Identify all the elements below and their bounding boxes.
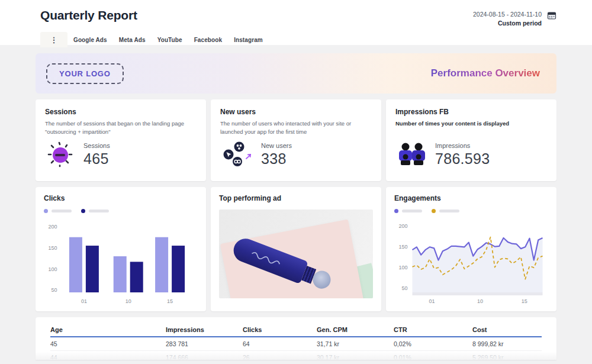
svg-text:01: 01: [429, 298, 435, 304]
table-row: 45 283 781 64 31,71 kr 0,02% 8 999,82 kr: [50, 337, 542, 351]
logo-placeholder[interactable]: YOUR LOGO: [46, 63, 124, 84]
tab-google-ads[interactable]: Google Ads: [67, 37, 113, 43]
svg-text:15: 15: [167, 298, 173, 304]
legend-item[interactable]: [432, 209, 459, 213]
demographics-table-card: Age Impressions Clicks Gen. CPM CTR Cost…: [36, 317, 556, 360]
tab-facebook[interactable]: Facebook: [188, 37, 228, 43]
card-title: Sessions: [45, 108, 197, 116]
clicks-chart-card: Clicks 20015010050011015: [36, 187, 206, 311]
legend-item[interactable]: [81, 209, 109, 213]
date-range-picker[interactable]: 2024-08-15 - 2024-11-10 Custom period: [473, 11, 556, 27]
column-header-impressions[interactable]: Impressions: [166, 326, 243, 333]
chart-legend: [394, 208, 548, 213]
legend-label-redacted: [52, 210, 72, 212]
legend-label-redacted: [402, 210, 422, 212]
column-header-clicks[interactable]: Clicks: [243, 326, 317, 333]
cell-impressions: 283 781: [166, 340, 243, 347]
table-row: 44 174 666 26 30,17 kr 0,01% 5 269,50 kr: [50, 351, 542, 360]
logo-text: YOUR LOGO: [59, 69, 111, 78]
metric-cards-row: Sessions The number of sessions that beg…: [36, 99, 556, 181]
calendar-icon[interactable]: [547, 11, 556, 20]
svg-text:200: 200: [48, 224, 57, 230]
metric-card-sessions: Sessions The number of sessions that beg…: [36, 99, 206, 181]
metric-value: 465: [83, 150, 110, 167]
metric-card-impressions-fb: Impressions FB Number of times your cont…: [386, 99, 556, 181]
legend-label-redacted: [89, 210, 109, 212]
top-ad-image[interactable]: [219, 210, 373, 298]
svg-text:01: 01: [81, 298, 87, 304]
svg-text:100: 100: [48, 266, 57, 272]
cell-clicks: 64: [243, 340, 317, 347]
clicks-bar-chart: 20015010050011015: [44, 215, 198, 309]
svg-text:150: 150: [398, 244, 407, 250]
impressions-people-icon: [397, 141, 427, 168]
column-header-cpm[interactable]: Gen. CPM: [317, 326, 394, 333]
kebab-menu-icon: ⋮: [50, 36, 58, 44]
tab-instagram[interactable]: Instagram: [228, 37, 269, 43]
banner-title: Performance Overview: [431, 67, 540, 79]
cell-age: 44: [50, 354, 166, 360]
tab-bar: ⋮ Google Ads Meta Ads YouTube Facebook I…: [40, 32, 556, 47]
metric-value: 786.593: [435, 150, 490, 167]
svg-text:50: 50: [51, 287, 57, 293]
charts-row: Clicks 20015010050011015 Top performing …: [36, 187, 556, 311]
tab-meta-ads[interactable]: Meta Ads: [113, 37, 152, 43]
sessions-burst-icon: [46, 141, 76, 168]
new-users-icon: [221, 141, 253, 168]
cell-cpm: 31,71 kr: [317, 340, 394, 347]
date-range-text: 2024-08-15 - 2024-11-10: [473, 11, 542, 18]
metric-card-new-users: New users The number of users who intera…: [211, 99, 381, 181]
cell-cost: 5 269,50 kr: [472, 354, 542, 360]
svg-text:200: 200: [398, 223, 407, 229]
legend-item[interactable]: [394, 209, 422, 213]
svg-text:150: 150: [48, 245, 57, 251]
legend-label-redacted: [439, 210, 459, 212]
svg-text:10: 10: [477, 298, 483, 304]
column-header-cost[interactable]: Cost: [472, 326, 542, 333]
period-label: Custom period: [473, 20, 542, 27]
cell-cpm: 30,17 kr: [317, 354, 394, 360]
cell-cost: 8 999,82 kr: [472, 340, 542, 347]
engagements-chart-card: Engagements 20015010050011015: [386, 187, 556, 311]
column-header-age[interactable]: Age: [50, 326, 166, 333]
metric-value: 338: [261, 150, 292, 167]
card-title: Impressions FB: [395, 108, 547, 116]
svg-text:50: 50: [401, 285, 407, 291]
cell-age: 45: [50, 340, 166, 347]
banner: YOUR LOGO Performance Overview: [36, 53, 556, 94]
svg-text:15: 15: [522, 298, 527, 304]
report-body: YOUR LOGO Performance Overview Sessions …: [36, 53, 556, 311]
legend-dot: [432, 209, 436, 213]
metric-label: Sessions: [83, 142, 110, 149]
metric-label: New users: [261, 142, 292, 149]
column-header-ctr[interactable]: CTR: [394, 326, 472, 333]
chart-title: Top performing ad: [219, 194, 373, 202]
chart-legend: [44, 208, 198, 213]
cell-ctr: 0,02%: [394, 340, 472, 347]
card-title: New users: [220, 108, 372, 116]
svg-text:10: 10: [126, 298, 131, 304]
cell-ctr: 0,01%: [394, 354, 472, 360]
legend-dot: [394, 209, 398, 213]
page-title: Quarterly Report: [40, 8, 137, 22]
cell-impressions: 174 666: [166, 354, 243, 360]
metric-label: Impressions: [435, 142, 490, 149]
card-description: The number of sessions that began on the…: [45, 120, 196, 136]
tab-youtube[interactable]: YouTube: [152, 37, 188, 43]
tab-menu[interactable]: ⋮: [40, 32, 67, 47]
engagements-line-chart: 20015010050011015: [394, 215, 548, 309]
chart-title: Engagements: [394, 194, 548, 202]
legend-item[interactable]: [44, 209, 72, 213]
legend-dot: [44, 209, 48, 213]
cell-clicks: 26: [243, 354, 317, 360]
svg-text:100: 100: [398, 265, 407, 270]
chart-title: Clicks: [44, 194, 198, 202]
top-ad-card: Top performing ad: [211, 187, 381, 311]
app-header: Quarterly Report 2024-08-15 - 2024-11-10…: [0, 0, 592, 45]
card-description: Number of times your content is displaye…: [395, 120, 546, 136]
table-header-row: Age Impressions Clicks Gen. CPM CTR Cost: [50, 323, 542, 337]
legend-dot: [81, 209, 85, 213]
card-description: The number of users who interacted with …: [220, 120, 371, 136]
